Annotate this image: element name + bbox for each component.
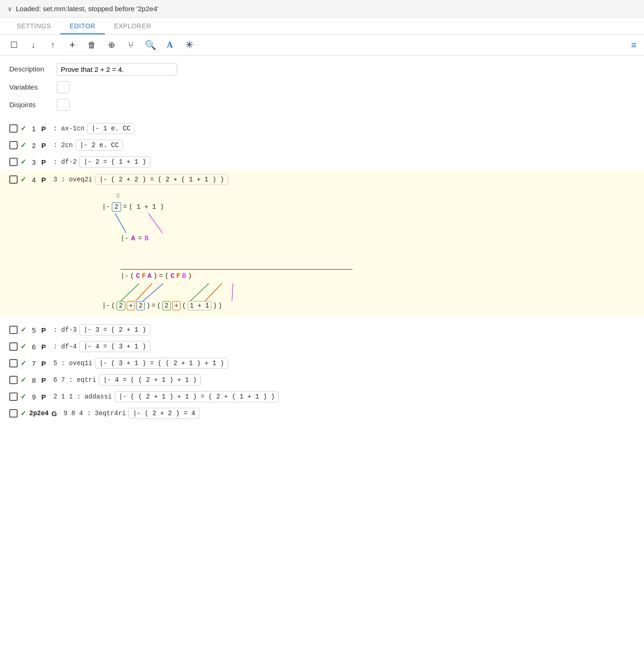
diagram-row-premise: |- 2 = ( 1 + 1 )	[102, 202, 635, 212]
step-row-3: ✓ 3 P : df-2 |- 2 = ( 1 + 1 )	[9, 154, 635, 170]
network-icon[interactable]: ✳	[183, 39, 196, 51]
font-icon[interactable]: A	[163, 39, 176, 51]
step-6-type: P	[41, 343, 51, 351]
diagram-container: 3 |- 2 = ( 1 + 1 ) |- A	[0, 189, 644, 317]
tab-explorer[interactable]: EXPLORER	[105, 18, 161, 34]
step-8-checkbox[interactable]	[9, 376, 18, 384]
step-g-check: ✓	[20, 409, 26, 418]
premise-2-boxed: 2	[112, 202, 121, 212]
conc-var-F: F	[142, 272, 146, 280]
conc-open: (	[130, 272, 134, 280]
step-3-ref: : df-2	[53, 158, 77, 166]
main-content: Description Variables Disjoints ✓ 1 P : …	[0, 56, 644, 429]
svg-line-1	[148, 213, 162, 233]
step-3-formula: |- 2 = ( 1 + 1 )	[79, 156, 150, 167]
conc-eq: =	[159, 272, 163, 280]
tabs-bar: SETTINGS EDITOR EXPLORER	[0, 18, 644, 35]
conc-var-F2: F	[176, 272, 180, 280]
step-8-check: ✓	[20, 376, 26, 384]
header-bar: ∨ Loaded: set.mm:latest, stopped before …	[0, 0, 644, 18]
step-3-checkbox[interactable]	[9, 158, 18, 166]
step-1-type: P	[41, 125, 51, 133]
disjoints-row: Disjoints	[9, 99, 635, 111]
premise-eq: =	[123, 203, 127, 211]
hamburger-menu[interactable]: ≡	[631, 40, 637, 51]
step-6-ref: : df-4	[53, 343, 77, 350]
inst-plus-orange2: +	[172, 301, 180, 310]
step-2-check: ✓	[20, 141, 26, 149]
step-1-checkbox[interactable]	[9, 124, 18, 133]
hyp-var-B: B	[145, 235, 148, 242]
step-1-formula: |- 1 e. CC	[87, 123, 135, 134]
step-g-checkbox[interactable]	[9, 409, 18, 418]
step-4-check: ✓	[20, 175, 26, 184]
step-5-checkbox[interactable]	[9, 326, 18, 334]
diagram-ref-3: 3	[116, 193, 635, 199]
inst-open: (	[111, 302, 115, 309]
diagram-instantiated-formula: |- ( 2 + 2 ) = ( 2 + ( 1 + 1 ) )	[102, 301, 222, 310]
hyp-turnstile: |-	[121, 235, 129, 242]
down-arrow-icon[interactable]: ↓	[27, 39, 40, 51]
step-4-checkbox[interactable]	[9, 175, 18, 184]
step-5-check: ✓	[20, 326, 26, 334]
step-8-ref: 6 7 : eqtri	[53, 376, 96, 384]
svg-line-6	[205, 283, 222, 301]
circle-plus-icon[interactable]: ⊕	[105, 39, 118, 51]
step-row-6: ✓ 6 P : df-4 |- 4 = ( 3 + 1 )	[9, 338, 635, 355]
chevron-icon[interactable]: ∨	[7, 5, 12, 13]
step-9-num: 9	[29, 393, 39, 401]
fork-icon[interactable]: ⑂	[124, 39, 137, 51]
step-2-ref: : 2cn	[53, 141, 73, 149]
step-2-num: 2	[29, 141, 39, 149]
step-4-num: 4	[29, 176, 39, 184]
checkbox-icon[interactable]: ☐	[7, 39, 20, 51]
step-4-type: P	[41, 176, 51, 184]
header-title: Loaded: set.mm:latest, stopped before '2…	[16, 5, 159, 13]
step-2-formula: |- 2 e. CC	[76, 140, 123, 151]
delete-icon[interactable]: 🗑	[85, 39, 98, 51]
description-row: Description	[9, 63, 635, 76]
step-7-checkbox[interactable]	[9, 359, 18, 367]
inst-open2: (	[157, 302, 161, 309]
step-g-ref: 9 8 4 : 3eqtr4ri	[64, 410, 126, 417]
diagram-divider	[121, 269, 353, 270]
step-8-num: 8	[29, 376, 39, 384]
tab-editor[interactable]: EDITOR	[60, 18, 105, 34]
step-5-num: 5	[29, 326, 39, 334]
up-arrow-icon[interactable]: ↑	[46, 39, 59, 51]
tab-settings[interactable]: SETTINGS	[7, 18, 60, 34]
step-4-ref: 3 : oveq2i	[53, 176, 92, 183]
step-6-checkbox[interactable]	[9, 342, 18, 351]
step-9-type: P	[41, 393, 51, 401]
inst-2-blue: 2	[136, 301, 145, 310]
step-2-checkbox[interactable]	[9, 141, 18, 149]
step-row-2p2e4: ✓ 2p2e4 G 9 8 4 : 3eqtr4ri |- ( 2 + 2 ) …	[9, 405, 635, 422]
step-row-1: ✓ 1 P : ax-1cn |- 1 e. CC	[9, 120, 635, 137]
step-7-num: 7	[29, 360, 39, 367]
inst-turnstile: |-	[102, 302, 110, 309]
description-input[interactable]	[57, 63, 177, 76]
step-5-formula: |- 3 = ( 2 + 1 )	[79, 324, 150, 335]
conc-var-C: C	[136, 272, 140, 280]
step-9-check: ✓	[20, 392, 26, 401]
inst-close2: )	[218, 302, 222, 309]
premise-turnstile: |-	[102, 203, 110, 211]
search-icon[interactable]: 🔍	[144, 39, 157, 51]
step-1-check: ✓	[20, 124, 26, 133]
step-row-5: ✓ 5 P : df-3 |- 3 = ( 2 + 1 )	[9, 322, 635, 338]
step-9-ref: 2 1 1 : addassi	[53, 393, 112, 400]
step-5-type: P	[41, 326, 51, 334]
step-2-type: P	[41, 141, 51, 149]
step-7-ref: 5 : oveq1i	[53, 360, 92, 367]
step-9-checkbox[interactable]	[9, 392, 18, 401]
svg-line-5	[190, 283, 209, 301]
disjoints-box	[57, 99, 70, 111]
step-4-formula: |- ( 2 + 2 ) = ( 2 + ( 1 + 1 ) )	[95, 174, 228, 185]
step-7-type: P	[41, 360, 51, 367]
conc-var-C2: C	[171, 272, 174, 280]
step-6-check: ✓	[20, 342, 26, 351]
step-3-check: ✓	[20, 158, 26, 166]
svg-line-4	[143, 283, 163, 301]
plus-icon[interactable]: +	[66, 39, 79, 51]
step-row-9: ✓ 9 P 2 1 1 : addassi |- ( ( 2 + 1 ) + 1…	[9, 388, 635, 405]
